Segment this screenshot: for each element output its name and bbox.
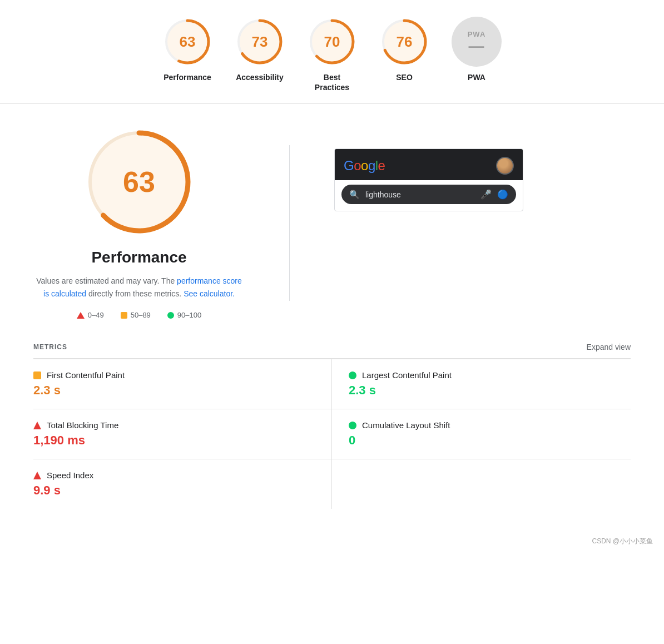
metrics-section: METRICS Expand view First Contentful Pai… <box>33 336 631 509</box>
tbt-value: 1,190 ms <box>33 433 315 448</box>
score-pwa[interactable]: PWA — PWA <box>452 17 502 82</box>
user-avatar <box>496 157 514 175</box>
metric-tbt: Total Blocking Time 1,190 ms <box>33 409 332 459</box>
tbt-indicator <box>33 422 41 429</box>
legend-average-icon <box>121 312 127 319</box>
calculator-link[interactable]: See calculator. <box>184 289 235 298</box>
scores-bar: 63 Performance 73 Accessibility 70 BestP… <box>0 0 664 104</box>
large-score-value: 63 <box>123 165 155 199</box>
lcp-value: 2.3 s <box>349 383 631 398</box>
score-circle-accessibility: 73 <box>235 17 285 67</box>
score-label-best-practices: BestPractices <box>315 72 349 92</box>
score-value-accessibility: 73 <box>252 33 268 51</box>
si-name: Speed Index <box>47 470 93 480</box>
score-label-accessibility: Accessibility <box>236 72 284 82</box>
score-value-seo: 76 <box>397 33 413 51</box>
fcp-indicator <box>33 371 41 379</box>
score-label-seo: SEO <box>396 72 413 82</box>
metric-si-label-row: Speed Index <box>33 470 315 480</box>
search-bar: 🔍 lighthouse 🎤 🔵 <box>341 185 516 204</box>
cls-name: Cumulative Layout Shift <box>362 420 450 430</box>
legend-pass-range: 90–100 <box>177 311 201 319</box>
fcp-name: First Contentful Paint <box>47 370 125 380</box>
score-performance[interactable]: 63 Performance <box>162 17 212 82</box>
score-label-pwa: PWA <box>468 72 485 82</box>
performance-title: Performance <box>91 249 186 266</box>
lcp-name: Largest Contentful Paint <box>362 370 452 380</box>
metric-cls-label-row: Cumulative Layout Shift <box>349 420 631 430</box>
footer: CSDN @小小小菜鱼 <box>0 531 664 552</box>
legend-fail-icon <box>77 312 85 319</box>
pwa-symbol: — <box>468 38 486 54</box>
metrics-title: METRICS <box>33 343 67 351</box>
score-circle-performance: 63 <box>162 17 212 67</box>
tbt-name: Total Blocking Time <box>47 420 118 430</box>
lens-icon: 🔵 <box>497 189 508 200</box>
si-value: 9.9 s <box>33 483 315 498</box>
legend-average: 50–89 <box>121 311 151 319</box>
performance-left: 63 Performance Values are estimated and … <box>33 126 245 319</box>
metrics-grid: First Contentful Paint 2.3 s Largest Con… <box>33 359 631 509</box>
score-best-practices[interactable]: 70 BestPractices <box>307 17 357 92</box>
score-value-best-practices: 70 <box>324 33 340 51</box>
metric-tbt-label-row: Total Blocking Time <box>33 420 315 430</box>
score-circle-seo: 76 <box>379 17 429 67</box>
score-accessibility[interactable]: 73 Accessibility <box>235 17 285 82</box>
legend-fail: 0–49 <box>77 311 104 319</box>
metric-fcp-label-row: First Contentful Paint <box>33 370 315 380</box>
legend: 0–49 50–89 90–100 <box>77 311 201 319</box>
cls-indicator <box>349 422 356 429</box>
score-value-performance: 63 <box>180 33 196 51</box>
mic-icon: 🎤 <box>480 189 492 200</box>
pwa-circle: PWA — <box>452 17 502 67</box>
legend-pass-icon <box>167 312 174 319</box>
vertical-divider <box>289 145 290 301</box>
cls-value: 0 <box>349 433 631 448</box>
metrics-header: METRICS Expand view <box>33 336 631 359</box>
search-icon: 🔍 <box>349 190 360 200</box>
score-label-performance: Performance <box>163 72 211 82</box>
metric-lcp: Largest Contentful Paint 2.3 s <box>332 359 631 409</box>
main-content: 63 Performance Values are estimated and … <box>0 104 664 531</box>
metric-cls: Cumulative Layout Shift 0 <box>332 409 631 459</box>
screenshot-wrapper: Google 🔍 lighthouse 🎤 🔵 <box>334 137 523 211</box>
large-score-circle: 63 <box>83 126 195 237</box>
screenshot-header: Google <box>335 149 523 180</box>
fcp-value: 2.3 s <box>33 383 315 398</box>
metric-si: Speed Index 9.9 s <box>33 459 332 509</box>
performance-section: 63 Performance Values are estimated and … <box>33 126 631 319</box>
metric-fcp: First Contentful Paint 2.3 s <box>33 359 332 409</box>
lcp-indicator <box>349 371 356 379</box>
expand-view-button[interactable]: Expand view <box>587 343 631 351</box>
score-circle-best-practices: 70 <box>307 17 357 67</box>
score-seo[interactable]: 76 SEO <box>379 17 429 82</box>
legend-pass: 90–100 <box>167 311 201 319</box>
footer-text: CSDN @小小小菜鱼 <box>592 537 653 545</box>
search-query: lighthouse <box>365 190 475 199</box>
metric-lcp-label-row: Largest Contentful Paint <box>349 370 631 380</box>
performance-description: Values are estimated and may vary. The p… <box>36 275 242 300</box>
si-indicator <box>33 472 41 479</box>
google-logo-text: Google <box>344 158 385 174</box>
legend-fail-range: 0–49 <box>88 311 104 319</box>
screenshot-box: Google 🔍 lighthouse 🎤 🔵 <box>334 148 523 211</box>
legend-average-range: 50–89 <box>131 311 151 319</box>
